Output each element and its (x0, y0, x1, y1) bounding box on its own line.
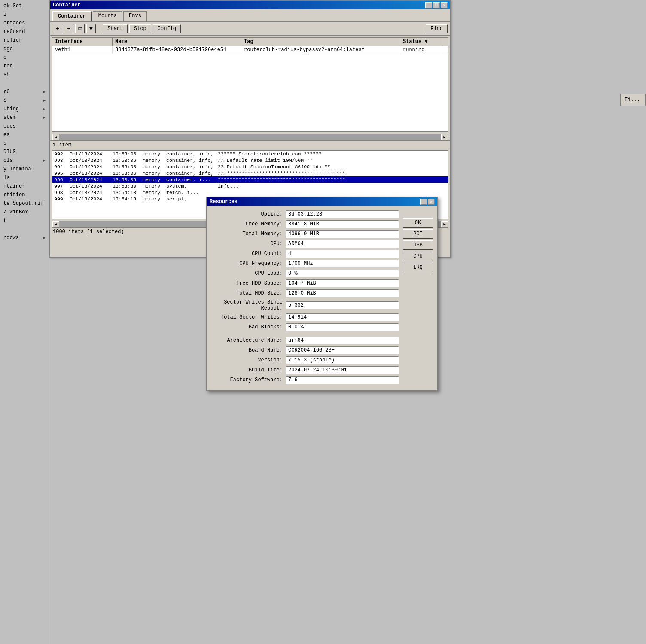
scroll-left-button[interactable]: ◀ (52, 134, 59, 140)
ok-button[interactable]: OK (403, 218, 433, 228)
label-cpu-load: CPU Load: (213, 270, 286, 276)
irq-button[interactable]: IRQ (403, 263, 433, 272)
sidebar-item-log[interactable]: s (0, 139, 49, 148)
log-source: container, info, ... (166, 158, 218, 163)
log-msg: ** Default SessionTimeout 86400(1d) ** (218, 164, 446, 170)
log-source: container, info, ... (166, 164, 218, 170)
value-board-name: CCR2004-16G-2S+ (286, 346, 399, 354)
sidebar-item-dot1x[interactable]: 1X (0, 173, 49, 182)
cell-name: 384d377a-81fb-48ec-932d-b591796e4e54 (113, 46, 241, 54)
tab-mounts[interactable]: Mounts (93, 11, 122, 21)
field-version: Version: 7.15.3 (stable) (213, 356, 399, 364)
table-row[interactable]: veth1 384d377a-81fb-48ec-932d-b591796e4e… (52, 46, 448, 54)
value-total-hdd: 128.0 MiB (286, 289, 399, 297)
value-total-sector-writes: 14 914 (286, 313, 399, 321)
log-msg: ****************************************… (218, 170, 446, 176)
log-row-998[interactable]: 998 Oct/13/2024 13:54:13 memory fetch, i… (52, 189, 448, 196)
label-total-sector-writes: Total Sector Writes: (213, 314, 286, 320)
pci-button[interactable]: PCI (403, 229, 433, 239)
field-sector-writes-reboot: Sector Writes Since Reboot: 5 332 (213, 299, 399, 311)
sidebar-item-interfaces[interactable]: erfaces (0, 19, 49, 27)
log-num: 995 (54, 170, 70, 176)
sidebar-item-routing[interactable]: uting▶ (0, 105, 49, 113)
log-source: container, info, ... (166, 170, 218, 176)
sidebar-item-new-terminal[interactable]: y Terminal (0, 165, 49, 173)
remove-button[interactable]: − (64, 24, 73, 33)
sidebar-item-tools[interactable]: ols▶ (0, 156, 49, 165)
close-button[interactable]: ✕ (441, 2, 448, 8)
log-date: Oct/13/2024 (70, 183, 113, 189)
value-free-hdd: 104.7 MiB (286, 279, 399, 287)
start-button[interactable]: Start (103, 24, 128, 33)
dialog-titlebar: Resources _ ✕ (207, 197, 437, 206)
add-button[interactable]: + (53, 24, 62, 33)
sidebar-item-supout[interactable]: te Supout.rif (0, 199, 49, 208)
col-header-status: Status ▼ (400, 38, 443, 46)
stop-button[interactable]: Stop (129, 24, 151, 33)
log-time: 13:53:06 (113, 164, 143, 170)
cpu-button[interactable]: CPU (403, 252, 433, 261)
sidebar-item-mpls[interactable]: S▶ (0, 96, 49, 105)
maximize-button[interactable]: □ (433, 2, 440, 8)
tab-envs[interactable]: Envs (123, 11, 147, 21)
dialog-titlebar-buttons: _ ✕ (420, 199, 435, 205)
value-bad-blocks: 0.0 % (286, 323, 399, 331)
field-build-time: Build Time: 2024-07-24 10:39:01 (213, 366, 399, 374)
log-row-997[interactable]: 997 Oct/13/2024 13:53:30 memory system, … (52, 183, 448, 189)
table-hscrollbar[interactable]: ◀ ▶ (52, 134, 448, 140)
window-title: Container (53, 2, 81, 8)
log-type: memory (143, 151, 166, 157)
value-factory-software: 7.6 (286, 376, 399, 384)
sidebar-item-mesh[interactable]: sh (0, 70, 49, 79)
value-free-memory: 3841.8 MiB (286, 220, 399, 228)
log-row-993[interactable]: 993 Oct/13/2024 13:53:06 memory containe… (52, 157, 448, 164)
sidebar-item-system[interactable]: stem▶ (0, 113, 49, 122)
find-side-button[interactable]: Fi... (623, 96, 643, 104)
scroll-track[interactable] (59, 134, 441, 140)
sidebar-item-bridge[interactable]: dge (0, 45, 49, 53)
dialog-title: Resources (210, 199, 238, 205)
value-version: 7.15.3 (stable) (286, 356, 399, 364)
sidebar-item-container[interactable]: ntainer (0, 182, 49, 191)
sidebar-item-ck-set[interactable]: ck Set (0, 2, 49, 10)
log-row-994[interactable]: 994 Oct/13/2024 13:53:06 memory containe… (52, 164, 448, 170)
sidebar-item-radius[interactable]: DIUS (0, 148, 49, 156)
log-scroll-right-button[interactable]: ▶ (441, 221, 448, 227)
log-row-995[interactable]: 995 Oct/13/2024 13:53:06 memory containe… (52, 170, 448, 176)
container-table: Interface Name Tag Status ▼ veth1 384d37… (52, 37, 448, 132)
label-cpu-count: CPU Count: (213, 251, 286, 257)
find-button[interactable]: Find (426, 24, 448, 33)
field-cpu-load: CPU Load: 0 % (213, 270, 399, 277)
sidebar-item-queues[interactable]: eues (0, 122, 49, 131)
sidebar-item-logout[interactable]: t (0, 216, 49, 225)
sidebar-item-windows[interactable]: ndows▶ (0, 234, 49, 242)
filter-button[interactable]: ▼ (86, 24, 96, 33)
dialog-minimize-button[interactable]: _ (420, 199, 427, 205)
minimize-button[interactable]: _ (425, 2, 432, 8)
sidebar-item-files[interactable]: es (0, 131, 49, 139)
sidebar-item-ipv6[interactable]: r6▶ (0, 88, 49, 96)
log-row-992[interactable]: 992 Oct/13/2024 13:53:06 memory containe… (52, 151, 448, 157)
label-uptime: Uptime: (213, 211, 286, 217)
field-free-memory: Free Memory: 3841.8 MiB (213, 220, 399, 228)
sidebar-item-i[interactable]: i (0, 10, 49, 19)
copy-button[interactable]: ⧉ (75, 24, 85, 33)
log-type: memory (143, 183, 166, 189)
sidebar-item-partition[interactable]: rtition (0, 191, 49, 199)
log-row-996[interactable]: 996 Oct/13/2024 13:53:06 memory containe… (52, 176, 448, 183)
log-source: system, (166, 183, 218, 189)
field-bad-blocks: Bad Blocks: 0.0 % (213, 323, 399, 331)
tab-container[interactable]: Container (52, 11, 92, 21)
item-count: 1 item (50, 140, 450, 149)
usb-button[interactable]: USB (403, 240, 433, 250)
sidebar-item-wireguard[interactable]: reGuard (0, 27, 49, 36)
sidebar-item-ppp[interactable]: o (0, 53, 49, 62)
scroll-right-button[interactable]: ▶ (441, 134, 448, 140)
label-build-time: Build Time: (213, 367, 286, 373)
config-button[interactable]: Config (153, 24, 181, 33)
dialog-close-button[interactable]: ✕ (428, 199, 435, 205)
log-scroll-left-button[interactable]: ◀ (52, 221, 59, 227)
sidebar-item-winbox[interactable]: / WinBox (0, 208, 49, 216)
sidebar-item-zerotier[interactable]: roTier (0, 36, 49, 45)
sidebar-item-switch[interactable]: tch (0, 62, 49, 70)
